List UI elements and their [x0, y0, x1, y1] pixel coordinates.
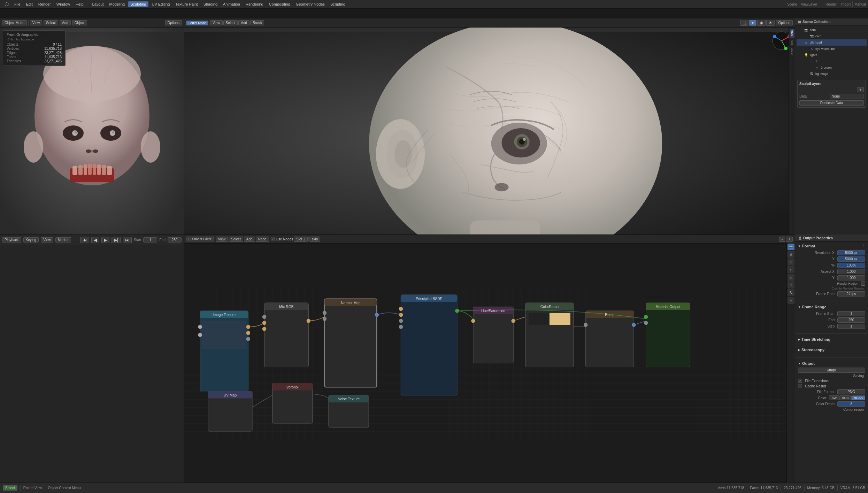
blender-logo[interactable]: ⬡	[2, 1, 11, 8]
workspace-compositing[interactable]: Compositing	[267, 1, 293, 7]
rgb-btn[interactable]: RGB	[839, 395, 851, 400]
slot-btn[interactable]: Slot 1	[294, 237, 308, 242]
node-canvas[interactable]: Image Texture Mix RGB Normal Map Princip…	[184, 244, 786, 483]
workspace-sculpting[interactable]: Sculpting	[128, 1, 148, 7]
cache-result-checkbox[interactable]	[798, 384, 802, 388]
jump-end-btn[interactable]: ⏭	[123, 237, 132, 243]
node-node-btn[interactable]: Node	[256, 237, 269, 242]
frame-end-val[interactable]: 250	[837, 317, 865, 323]
options-btn-left[interactable]: Options	[165, 20, 182, 25]
play-btn[interactable]: ▶	[101, 237, 109, 243]
render-region-checkbox[interactable]	[861, 282, 865, 286]
vtab-view[interactable]: View	[790, 47, 794, 56]
frame-rate-val[interactable]: 24 fps	[837, 291, 865, 296]
workspace-animation[interactable]: Animation	[221, 1, 243, 7]
use-nodes-checkbox[interactable]	[271, 237, 275, 241]
select-btn-left[interactable]: Select	[44, 20, 58, 25]
wireframe-btn[interactable]: ⬚	[740, 20, 748, 26]
vtab-item[interactable]: Item	[790, 29, 794, 38]
add-btn-left[interactable]: Add	[60, 20, 71, 25]
file-format-val[interactable]: PNG	[837, 389, 865, 394]
workspace-geometry-nodes[interactable]: Geometry Nodes	[293, 1, 327, 7]
node-add-btn[interactable]: Add	[244, 237, 255, 242]
svg-text:UV Map: UV Map	[224, 393, 237, 397]
menu-edit[interactable]: Edit	[24, 1, 35, 7]
vtab-tool[interactable]: Tool	[790, 38, 794, 47]
tree-item-cam1[interactable]: 📷 cam	[797, 27, 867, 33]
tree-item-light3[interactable]: ○ 3 brown	[797, 64, 867, 71]
solid-btn[interactable]: ●	[749, 20, 756, 26]
playback-btn[interactable]: Playback	[2, 237, 21, 242]
menu-file[interactable]: File	[12, 1, 23, 7]
file-extensions-row: File Extensions	[798, 379, 865, 383]
color-depth-val[interactable]: 8	[837, 401, 865, 407]
main-viewport[interactable]	[184, 28, 795, 244]
sculpt-mode-btn[interactable]: Sculpt Mode	[186, 21, 208, 25]
format-options-icon[interactable]: ⋮	[862, 244, 865, 248]
frame-end-input[interactable]: 250	[168, 237, 182, 242]
workspace-shading[interactable]: Shading	[201, 1, 220, 7]
menu-help[interactable]: Help	[73, 1, 86, 7]
select-btn-main[interactable]: Select	[223, 20, 238, 25]
jump-start-btn[interactable]: ⏮	[80, 237, 89, 243]
scene-data-icon[interactable]: ●	[788, 266, 794, 273]
aspect-y-val[interactable]: 1.000	[837, 275, 865, 280]
tree-item-lights[interactable]: 💡 lights	[797, 52, 867, 58]
object-mode-button[interactable]: Object Mode	[2, 20, 27, 25]
workspace-rendering[interactable]: Rendering	[243, 1, 266, 7]
view-timeline-btn[interactable]: View	[41, 237, 53, 242]
node-editor-type[interactable]: ⬡ Shader Editor	[186, 237, 214, 241]
workspace-texture-paint[interactable]: Texture Paint	[173, 1, 200, 7]
rendered-btn[interactable]: ☀	[766, 20, 775, 26]
tree-item-bg[interactable]: 🖼 bg image	[797, 71, 867, 77]
options-btn-main[interactable]: Options	[776, 20, 793, 25]
node-zoom-in[interactable]: +	[786, 237, 793, 242]
node-zoom-out[interactable]: -	[779, 237, 785, 242]
rgba-btn[interactable]: RGBA	[851, 395, 865, 400]
frame-start-input[interactable]: 1	[143, 237, 157, 242]
file-ext-checkbox[interactable]	[798, 379, 802, 383]
brush-btn-main[interactable]: Brush	[250, 20, 264, 25]
view-layer-icon[interactable]: ◱	[788, 259, 794, 265]
workspace-layout[interactable]: Layout	[90, 1, 106, 7]
tree-item-eye[interactable]: △ eye water line	[797, 46, 867, 52]
output-path-val[interactable]: //tmp/	[798, 368, 865, 373]
render-icon[interactable]: 📷	[788, 243, 794, 250]
aspect-x-val[interactable]: 1.000	[837, 269, 865, 274]
workspace-uv-editing[interactable]: UV Editing	[149, 1, 172, 7]
res-y-val[interactable]: 5000 px	[837, 256, 865, 262]
modifier-icon[interactable]: 🔧	[788, 289, 794, 296]
select-status[interactable]: Select	[3, 485, 17, 491]
view-btn-left[interactable]: View	[30, 20, 43, 25]
frame-step-val[interactable]: 1	[837, 324, 865, 329]
frame-start-val[interactable]: 1	[837, 311, 865, 316]
menu-render[interactable]: Render	[36, 1, 53, 7]
svg-point-49	[198, 333, 202, 337]
workspace-scripting[interactable]: Scripting	[328, 1, 348, 7]
prev-frame-btn[interactable]: ◀	[91, 237, 99, 243]
material-btn[interactable]: skin	[309, 237, 321, 242]
add-layer-btn[interactable]: +	[857, 87, 864, 92]
percent-val[interactable]: 100%	[837, 263, 865, 268]
node-select-btn[interactable]: Select	[229, 237, 243, 242]
tree-item-head[interactable]: △ dih head	[797, 39, 867, 46]
output-icon[interactable]: 🖨	[788, 251, 794, 258]
tree-item-cam2[interactable]: 📷 cam	[797, 33, 867, 39]
world-icon[interactable]: ◎	[788, 274, 794, 281]
workspace-modeling[interactable]: Modeling	[107, 1, 128, 7]
next-frame-btn[interactable]: ▶|	[112, 237, 121, 243]
view-btn-main[interactable]: View	[210, 20, 223, 25]
node-view-btn[interactable]: View	[216, 237, 228, 242]
duplicate-data-btn[interactable]: Duplicate Data	[799, 100, 864, 106]
add-btn-main[interactable]: Add	[238, 20, 249, 25]
menu-window[interactable]: Window	[54, 1, 72, 7]
res-x-val[interactable]: 5000 px	[837, 250, 865, 255]
tree-item-light1[interactable]: ○ 1	[797, 58, 867, 64]
marker-btn[interactable]: Marker	[55, 237, 71, 242]
bw-btn[interactable]: BW	[829, 395, 839, 400]
keying-btn[interactable]: Keying	[23, 237, 39, 242]
object-icon[interactable]: □	[788, 282, 794, 288]
material-icon[interactable]: ◈	[788, 297, 794, 304]
object-btn-left[interactable]: Object	[72, 20, 87, 25]
material-preview-btn[interactable]: ◉	[757, 20, 766, 26]
